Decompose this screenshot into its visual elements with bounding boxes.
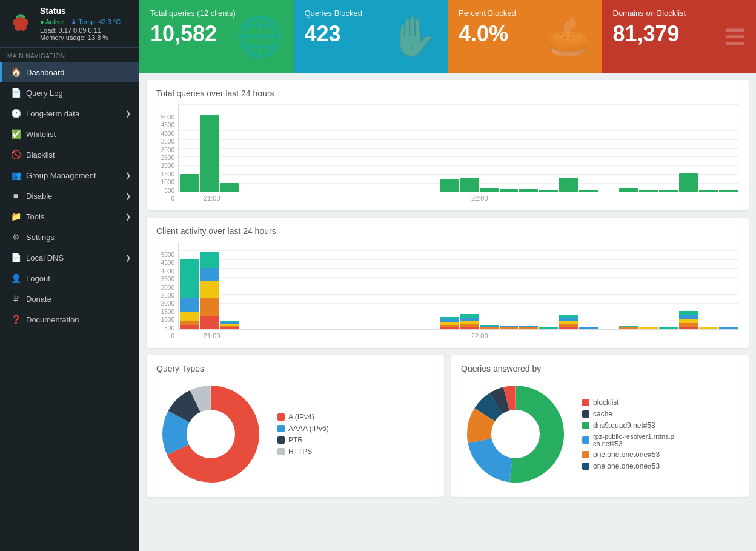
sidebar-label-logout: Logout <box>26 274 50 283</box>
stat-card-icon-percent-blocked: 🥧 <box>544 14 592 59</box>
sidebar-label-dashboard: Dashboard <box>26 68 65 77</box>
legend-https: HTTPS <box>277 447 329 456</box>
stat-card-domains-blocklist: Domains on Blocklist 81,379 ≡ <box>602 0 757 73</box>
sidebar-item-query-log[interactable]: 📄 Query Log <box>0 82 139 103</box>
total-queries-x-labels: 21:00 22:00 <box>178 195 739 202</box>
donate-icon: ₽ <box>10 294 21 304</box>
bar-segment <box>659 329 678 329</box>
bar-group <box>480 325 499 329</box>
legend-dns9: dns9.quad9.net#53 <box>582 421 674 430</box>
sidebar: Status ● Active 🌡 Temp: 43.3 °C Load: 0.… <box>0 0 139 551</box>
client-activity-y-axis: 50004500400035003000 2500200015001000500… <box>156 252 178 339</box>
bar <box>679 173 698 192</box>
total-queries-chart-section: Total queries over last 24 hours 5000450… <box>147 80 749 210</box>
svg-point-9 <box>19 14 22 16</box>
bar-group <box>699 327 718 329</box>
bar-group <box>180 259 199 329</box>
tools-icon: 📁 <box>10 212 21 221</box>
sidebar-label-blacklist: Blacklist <box>26 150 55 159</box>
bar-segment <box>639 329 658 329</box>
query-types-donut-row: A (IPv4) AAAA (IPv6) PTR HTTPS <box>156 379 434 489</box>
bar-segment <box>460 327 479 329</box>
sidebar-item-long-term-data[interactable]: 🕐 Long-term data ❯ <box>0 103 139 124</box>
bar-segment <box>619 329 638 329</box>
raspberry-logo-icon <box>7 10 34 37</box>
bar-segment <box>180 325 199 329</box>
chevron-icon: ❯ <box>125 110 131 118</box>
query-types-card: Query Types A (IPv4) <box>147 355 444 497</box>
bar-segment <box>180 312 199 321</box>
queries-answered-title: Queries answered by <box>461 364 739 373</box>
stat-card-icon-queries-blocked: ✋ <box>390 14 438 59</box>
legend-one-blue: one.one.one.one#53 <box>582 462 674 470</box>
bar <box>579 190 598 192</box>
bar-group <box>579 327 598 329</box>
bar <box>659 190 678 192</box>
settings-icon: ⚙ <box>10 232 21 242</box>
bar <box>639 190 658 192</box>
sidebar-item-donate[interactable]: ₽ Donate <box>0 289 139 309</box>
total-queries-chart-title: Total queries over last 24 hours <box>156 88 739 98</box>
queries-answered-donut-icon <box>461 379 570 489</box>
stat-cards-row: Total queries (12 clients) 10,582 🌐 Quer… <box>139 0 756 73</box>
total-queries-y-axis: 50004500400035003000 2500200015001000500… <box>156 114 178 202</box>
bar <box>539 190 558 192</box>
bar-group <box>539 327 558 329</box>
client-activity-bars <box>179 242 739 329</box>
query-log-icon: 📄 <box>10 88 21 98</box>
bar <box>699 190 718 192</box>
bar <box>719 190 738 192</box>
sidebar-item-settings[interactable]: ⚙ Settings <box>0 227 139 247</box>
long-term-data-icon: 🕐 <box>10 109 21 118</box>
sidebar-label-documentation: Documentation <box>26 315 79 324</box>
main-content: Total queries (12 clients) 10,582 🌐 Quer… <box>139 0 756 551</box>
sidebar-label-query-log: Query Log <box>26 88 63 98</box>
sidebar-item-disable[interactable]: ■ Disable ❯ <box>0 185 139 206</box>
temp-label: 🌡 Temp: 43.3 °C <box>70 18 121 25</box>
bar-segment <box>480 329 499 329</box>
sidebar-label-tools: Tools <box>26 212 44 221</box>
stat-card-icon-total-queries: 🌐 <box>236 14 284 59</box>
legend-cache: cache <box>582 410 674 418</box>
sidebar-label-disable: Disable <box>26 192 52 201</box>
bar-group <box>460 314 479 329</box>
sidebar-item-whitelist[interactable]: ✅ Whitelist <box>0 124 139 144</box>
bar <box>519 189 538 192</box>
sidebar-item-group-management[interactable]: 👥 Group Management ❯ <box>0 165 139 185</box>
chevron-icon: ❯ <box>125 192 131 200</box>
bar-group <box>500 326 519 329</box>
sidebar-item-dashboard[interactable]: 🏠 Dashboard <box>0 62 139 82</box>
whitelist-icon: ✅ <box>10 129 21 139</box>
status-title: Status <box>40 6 121 16</box>
bar-group <box>719 327 738 329</box>
sidebar-item-logout[interactable]: 👤 Logout <box>0 268 139 289</box>
queries-answered-legend: blocklist cache dns9.quad9.net#53 rpz-pu… <box>582 398 674 470</box>
bar <box>500 189 519 192</box>
chevron-icon: ❯ <box>125 254 131 262</box>
bar-segment <box>539 329 558 329</box>
load-label: Load: 0.17 0.09 0.11 <box>40 27 121 34</box>
sidebar-item-tools[interactable]: 📁 Tools ❯ <box>0 206 139 227</box>
bar-segment <box>559 327 578 329</box>
bar <box>559 178 578 192</box>
bar <box>220 183 239 192</box>
bar-segment <box>579 329 598 329</box>
query-types-legend: A (IPv4) AAAA (IPv6) PTR HTTPS <box>277 413 329 456</box>
bar <box>619 188 638 192</box>
disable-icon: ■ <box>10 191 21 201</box>
bar <box>460 178 479 192</box>
sidebar-item-documentation[interactable]: ❓ Documentation <box>0 309 139 330</box>
client-activity-chart-section: Client activity over last 24 hours 50004… <box>147 218 749 348</box>
bar-segment <box>679 327 698 329</box>
nav-items: 🏠 Dashboard 📄 Query Log 🕐 Long-term data… <box>0 62 139 330</box>
sidebar-item-local-dns[interactable]: 📄 Local DNS ❯ <box>0 247 139 268</box>
sidebar-item-blacklist[interactable]: 🚫 Blacklist <box>0 144 139 165</box>
svg-point-21 <box>494 412 537 456</box>
legend-rpz: rpz-public-resolver1.rrdns.pch.net#53 <box>582 433 674 447</box>
legend-one-orange: one.one.one.one#53 <box>582 450 674 459</box>
stat-card-percent-blocked: Percent Blocked 4.0% 🥧 <box>448 0 602 73</box>
svg-point-6 <box>18 21 24 27</box>
bar-segment <box>200 268 219 281</box>
bar-segment <box>200 252 219 267</box>
active-label: ● Active <box>40 18 64 25</box>
